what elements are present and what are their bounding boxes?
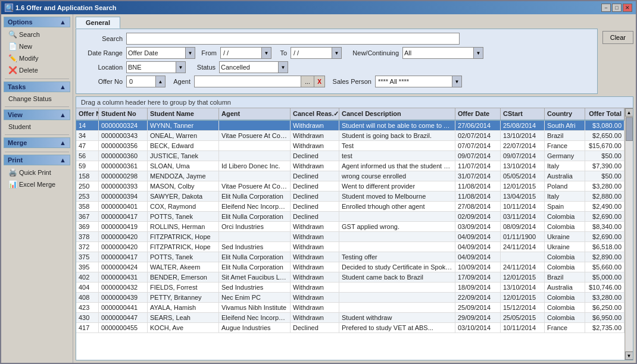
table-row[interactable]: 3670000000417POTTS, TanekElit Nulla Corp… <box>76 212 624 222</box>
sidebar-item-student[interactable]: Student <box>4 121 70 132</box>
table-row[interactable]: 4230000000441AYALA, HamishVivamus Nibh I… <box>76 303 624 313</box>
sidebar-item-new[interactable]: 📄 New <box>4 40 70 52</box>
print-collapse-icon: ▲ <box>60 156 66 164</box>
col-header-cancel-desc[interactable]: Cancel Description <box>339 108 455 120</box>
tasks-section-header[interactable]: Tasks ▲ <box>4 81 70 92</box>
grid-body[interactable]: 140000000324WYNN, TannerWithdrawnStudent… <box>76 121 624 360</box>
search-label: Search <box>19 31 40 38</box>
excel-icon: 📊 <box>8 180 17 189</box>
new-continuing-label: New/Continuing <box>345 49 399 57</box>
agent-clear-button[interactable]: X <box>314 76 325 87</box>
from-date-arrow[interactable]: ▼ <box>262 47 271 59</box>
table-row[interactable]: 3780000000420FITZPATRICK, HopeWithdrawn0… <box>76 232 624 242</box>
table-row[interactable]: 140000000324WYNN, TannerWithdrawnStudent… <box>76 121 624 131</box>
title-bar-text: 🔍 1.6 Offer and Application Search <box>5 4 117 12</box>
table-row[interactable]: 3950000000424WALTER, AkeemElit Nulla Cor… <box>76 262 624 272</box>
scroll-track[interactable] <box>626 117 633 351</box>
vertical-scrollbar[interactable]: ▲ ▼ <box>624 108 633 360</box>
sidebar-divider-4 <box>5 152 69 152</box>
table-row[interactable]: 2530000000394SAWYER, DakotaElit Nulla Co… <box>76 192 624 202</box>
merge-label: Merge <box>8 139 27 146</box>
agent-input[interactable] <box>194 76 301 87</box>
main-window: 🔍 1.6 Offer and Application Search − □ ✕… <box>0 0 637 364</box>
sales-person-input[interactable] <box>375 76 452 87</box>
col-header-cancel-reason[interactable]: Cancel Reas.✓ <box>291 108 339 120</box>
col-header-cstart[interactable]: CStart <box>501 108 545 120</box>
new-continuing-arrow[interactable]: ▼ <box>474 47 483 59</box>
form-row-offerno: Offer No ▲ Agent ... X Sales P <box>81 76 592 87</box>
col-header-country[interactable]: Country <box>545 108 585 120</box>
table-row[interactable]: 4040000000432FIELDS, ForrestSed Industri… <box>76 283 624 293</box>
from-date-input[interactable] <box>220 47 262 59</box>
date-range-select[interactable]: Offer Date <box>126 47 186 59</box>
sidebar-divider-2 <box>5 106 69 107</box>
date-range-arrow[interactable]: ▼ <box>186 47 195 59</box>
col-header-agent[interactable]: Agent <box>219 108 291 120</box>
table-row[interactable]: 3720000000420FITZPATRICK, HopeSed Indust… <box>76 242 624 252</box>
location-select[interactable]: BNE <box>126 61 176 73</box>
close-button[interactable]: ✕ <box>623 4 632 12</box>
date-range-label: Date Range <box>81 49 123 57</box>
minimize-button[interactable]: − <box>601 4 611 12</box>
table-row[interactable]: 3580000000401COX, RaymondEleifend Nec In… <box>76 202 624 212</box>
print-icon: 🖨️ <box>8 168 17 177</box>
offer-no-up[interactable]: ▲ <box>156 76 166 87</box>
print-section-header[interactable]: Print ▲ <box>4 155 70 165</box>
location-label: Location <box>81 64 123 71</box>
table-row[interactable]: 470000000356BECK, EdwardWithdrawnTest07/… <box>76 141 624 151</box>
sidebar-item-search[interactable]: 🔍 Search <box>4 29 70 40</box>
scroll-up-button[interactable]: ▲ <box>625 108 633 117</box>
sidebar-item-change-status[interactable]: Change Status <box>4 93 70 104</box>
sidebar-item-delete[interactable]: ❌ Delete <box>4 64 70 76</box>
clear-button[interactable]: Clear <box>602 31 633 44</box>
col-header-student-no[interactable]: Student No <box>99 108 148 120</box>
search-input[interactable] <box>126 33 460 45</box>
title-bar: 🔍 1.6 Offer and Application Search − □ ✕ <box>1 1 636 14</box>
search-field-label: Search <box>81 35 123 42</box>
status-arrow[interactable]: ▼ <box>279 61 288 73</box>
tab-bar: General <box>76 17 598 29</box>
main-content: Options ▲ 🔍 Search 📄 New ✏️ Modify ❌ Del… <box>1 14 636 363</box>
scroll-down-button[interactable]: ▼ <box>625 352 633 360</box>
sidebar: Options ▲ 🔍 Search 📄 New ✏️ Modify ❌ Del… <box>1 14 73 363</box>
to-date-arrow[interactable]: ▼ <box>332 47 342 59</box>
tab-general[interactable]: General <box>76 17 120 29</box>
excel-merge-label: Excel Merge <box>19 181 55 188</box>
table-row[interactable]: 3750000000417POTTS, TanekElit Nulla Corp… <box>76 252 624 262</box>
table-row[interactable]: 4170000000455KOCH, AveAugue IndustriesDe… <box>76 323 624 333</box>
sidebar-item-modify[interactable]: ✏️ Modify <box>4 52 70 64</box>
view-label: View <box>8 111 23 118</box>
table-row[interactable]: 590000000361SLOAN, UmaId Libero Donec In… <box>76 161 624 171</box>
options-section-header[interactable]: Options ▲ <box>4 17 70 27</box>
offer-no-input[interactable] <box>126 76 156 87</box>
col-header-student-name[interactable]: Student Name <box>148 108 219 120</box>
modify-icon: ✏️ <box>8 54 17 62</box>
table-row[interactable]: 4020000000431BENDER, EmersonSit Amet Fau… <box>76 272 624 283</box>
restore-button[interactable]: □ <box>612 4 622 12</box>
view-collapse-icon: ▲ <box>60 111 66 118</box>
scroll-thumb[interactable] <box>626 117 633 141</box>
table-row[interactable]: 4080000000439PETTY, BritanneyNec Enim PC… <box>76 293 624 303</box>
agent-dots-button[interactable]: ... <box>301 76 314 87</box>
new-continuing-select[interactable]: All <box>402 47 474 59</box>
table-row[interactable]: 560000000360JUSTICE, TanekDeclinedtest09… <box>76 151 624 161</box>
table-row[interactable]: 340000000343ONEAL, WarrenVitae Posuere A… <box>76 131 624 141</box>
new-label: New <box>19 43 32 50</box>
drag-hint: Drag a column header here to group by th… <box>76 97 633 108</box>
sidebar-item-quick-print[interactable]: 🖨️ Quick Print <box>4 167 70 178</box>
view-section-header[interactable]: View ▲ <box>4 109 70 120</box>
col-header-offer-total[interactable]: Offer Total <box>585 108 624 120</box>
to-date-input[interactable] <box>291 47 332 59</box>
col-header-offer-no[interactable]: Offer No <box>76 108 99 120</box>
col-header-offer-date[interactable]: Offer Date <box>455 108 501 120</box>
sidebar-item-excel-merge[interactable]: 📊 Excel Merge <box>4 178 70 190</box>
table-row[interactable]: 3690000000419ROLLINS, HermanOrci Industr… <box>76 222 624 232</box>
location-arrow[interactable]: ▼ <box>176 61 186 73</box>
merge-section-header[interactable]: Merge ▲ <box>4 137 70 148</box>
status-select[interactable]: Cancelled <box>219 61 279 73</box>
sales-person-arrow[interactable]: ▼ <box>452 76 462 87</box>
table-row[interactable]: 4300000000447SEARS, LeahEleifend Nec Inc… <box>76 313 624 323</box>
table-row[interactable]: 1580000000298MENDOZA, JaymeDeclinedwrong… <box>76 171 624 181</box>
agent-label: Agent <box>169 78 191 85</box>
table-row[interactable]: 2500000000393MASON, ColbyVitae Posuere A… <box>76 181 624 192</box>
